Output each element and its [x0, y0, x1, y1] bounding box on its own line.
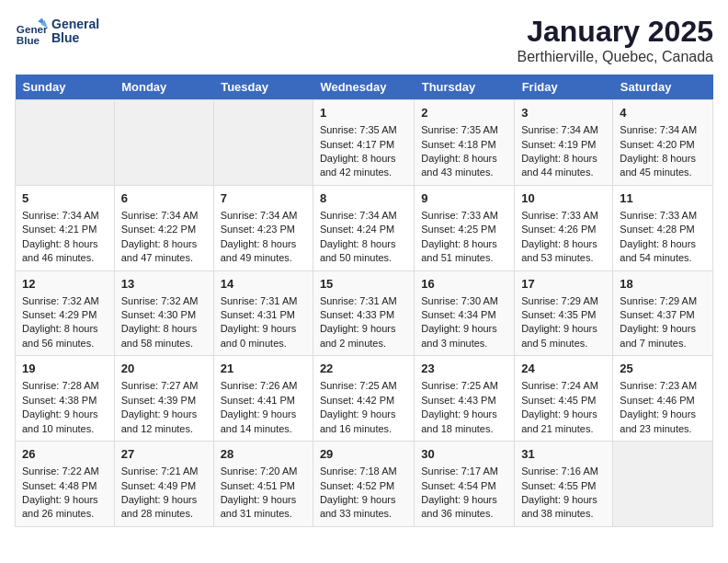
day-number: 7 — [221, 190, 306, 207]
sunrise-text: Sunrise: 7:33 AM — [421, 210, 498, 221]
daylight-text: Daylight: 9 hours and 3 minutes. — [421, 323, 497, 348]
daylight-text: Daylight: 9 hours and 14 minutes. — [221, 408, 297, 433]
sunrise-text: Sunrise: 7:31 AM — [221, 295, 298, 306]
day-number: 12 — [22, 276, 108, 293]
sunrise-text: Sunrise: 7:35 AM — [320, 124, 397, 135]
sunrise-text: Sunrise: 7:32 AM — [22, 295, 99, 306]
sunrise-text: Sunrise: 7:30 AM — [421, 295, 498, 306]
calendar-cell: 6Sunrise: 7:34 AMSunset: 4:22 PMDaylight… — [114, 185, 213, 270]
daylight-text: Daylight: 8 hours and 46 minutes. — [22, 238, 98, 263]
logo: General Blue General Blue — [15, 15, 99, 48]
sunset-text: Sunset: 4:35 PM — [521, 309, 596, 320]
sunset-text: Sunset: 4:37 PM — [620, 309, 694, 320]
calendar-cell: 14Sunrise: 7:31 AMSunset: 4:31 PMDayligh… — [213, 270, 313, 356]
daylight-text: Daylight: 8 hours and 45 minutes. — [620, 153, 696, 178]
calendar-week-row: 26Sunrise: 7:22 AMSunset: 4:48 PMDayligh… — [16, 442, 713, 527]
daylight-text: Daylight: 8 hours and 50 minutes. — [320, 238, 396, 263]
day-number: 22 — [320, 361, 407, 377]
daylight-text: Daylight: 8 hours and 42 minutes. — [320, 153, 396, 178]
weekday-header: Friday — [515, 75, 613, 100]
sunset-text: Sunset: 4:46 PM — [620, 395, 694, 406]
calendar-week-row: 1Sunrise: 7:35 AMSunset: 4:17 PMDaylight… — [16, 100, 713, 186]
sunrise-text: Sunrise: 7:34 AM — [22, 210, 99, 221]
calendar-cell: 9Sunrise: 7:33 AMSunset: 4:25 PMDaylight… — [415, 185, 515, 270]
calendar-cell — [613, 442, 713, 527]
daylight-text: Daylight: 8 hours and 54 minutes. — [620, 238, 696, 263]
calendar-cell: 13Sunrise: 7:32 AMSunset: 4:30 PMDayligh… — [114, 270, 213, 356]
logo-line1: General — [51, 17, 99, 31]
day-number: 1 — [320, 105, 407, 121]
sunset-text: Sunset: 4:38 PM — [22, 395, 97, 406]
title-section: January 2025 Berthierville, Quebec, Cana… — [518, 15, 713, 65]
sunrise-text: Sunrise: 7:29 AM — [620, 295, 697, 306]
sunrise-text: Sunrise: 7:25 AM — [421, 380, 498, 391]
sunrise-text: Sunrise: 7:33 AM — [521, 210, 598, 221]
sunset-text: Sunset: 4:34 PM — [421, 309, 495, 320]
calendar-cell: 8Sunrise: 7:34 AMSunset: 4:24 PMDaylight… — [313, 185, 414, 270]
calendar-cell: 3Sunrise: 7:34 AMSunset: 4:19 PMDaylight… — [515, 100, 613, 186]
calendar-cell: 26Sunrise: 7:22 AMSunset: 4:48 PMDayligh… — [16, 442, 115, 527]
sunset-text: Sunset: 4:23 PM — [221, 224, 295, 235]
day-number: 25 — [620, 361, 706, 377]
calendar-cell: 28Sunrise: 7:20 AMSunset: 4:51 PMDayligh… — [213, 442, 313, 527]
daylight-text: Daylight: 9 hours and 38 minutes. — [521, 494, 597, 519]
sunrise-text: Sunrise: 7:24 AM — [521, 380, 598, 391]
daylight-text: Daylight: 9 hours and 31 minutes. — [221, 494, 297, 519]
weekday-header: Sunday — [16, 75, 115, 100]
calendar-cell: 7Sunrise: 7:34 AMSunset: 4:23 PMDaylight… — [213, 185, 313, 270]
sunset-text: Sunset: 4:49 PM — [121, 480, 196, 491]
daylight-text: Daylight: 8 hours and 47 minutes. — [121, 238, 198, 263]
sunrise-text: Sunrise: 7:21 AM — [121, 465, 199, 477]
calendar-cell: 30Sunrise: 7:17 AMSunset: 4:54 PMDayligh… — [415, 442, 515, 527]
daylight-text: Daylight: 8 hours and 44 minutes. — [521, 153, 597, 178]
sunset-text: Sunset: 4:33 PM — [320, 309, 394, 320]
day-number: 24 — [521, 361, 606, 377]
daylight-text: Daylight: 9 hours and 23 minutes. — [620, 408, 696, 433]
calendar-cell: 18Sunrise: 7:29 AMSunset: 4:37 PMDayligh… — [613, 270, 713, 356]
sunset-text: Sunset: 4:26 PM — [521, 224, 596, 235]
sunset-text: Sunset: 4:41 PM — [221, 395, 295, 406]
calendar-cell — [114, 100, 213, 186]
day-number: 16 — [421, 276, 507, 293]
calendar-cell: 2Sunrise: 7:35 AMSunset: 4:18 PMDaylight… — [415, 100, 515, 186]
sunrise-text: Sunrise: 7:32 AM — [121, 295, 199, 306]
daylight-text: Daylight: 9 hours and 28 minutes. — [121, 494, 198, 519]
day-number: 15 — [320, 276, 407, 293]
sunset-text: Sunset: 4:52 PM — [320, 480, 394, 491]
daylight-text: Daylight: 9 hours and 33 minutes. — [320, 494, 396, 519]
page-header: General Blue General Blue January 2025 B… — [15, 15, 713, 65]
sunset-text: Sunset: 4:31 PM — [221, 309, 295, 320]
calendar-cell: 15Sunrise: 7:31 AMSunset: 4:33 PMDayligh… — [313, 270, 414, 356]
day-number: 2 — [421, 105, 507, 121]
sunrise-text: Sunrise: 7:34 AM — [320, 210, 397, 221]
svg-text:Blue: Blue — [17, 34, 40, 46]
sunrise-text: Sunrise: 7:20 AM — [221, 465, 298, 477]
sunset-text: Sunset: 4:28 PM — [620, 224, 694, 235]
sunset-text: Sunset: 4:54 PM — [421, 480, 495, 491]
sunrise-text: Sunrise: 7:34 AM — [521, 124, 598, 135]
sunset-text: Sunset: 4:29 PM — [22, 309, 97, 320]
calendar-cell — [16, 100, 115, 186]
sunset-text: Sunset: 4:39 PM — [121, 395, 196, 406]
calendar-week-row: 5Sunrise: 7:34 AMSunset: 4:21 PMDaylight… — [16, 185, 713, 270]
day-number: 10 — [521, 190, 606, 207]
calendar-cell: 19Sunrise: 7:28 AMSunset: 4:38 PMDayligh… — [16, 356, 115, 442]
day-number: 5 — [22, 190, 108, 207]
calendar-cell: 25Sunrise: 7:23 AMSunset: 4:46 PMDayligh… — [613, 356, 713, 442]
sunrise-text: Sunrise: 7:28 AM — [22, 380, 99, 391]
calendar-table: SundayMondayTuesdayWednesdayThursdayFrid… — [15, 75, 713, 527]
sunset-text: Sunset: 4:42 PM — [320, 395, 394, 406]
sunrise-text: Sunrise: 7:16 AM — [521, 465, 598, 477]
calendar-cell: 17Sunrise: 7:29 AMSunset: 4:35 PMDayligh… — [515, 270, 613, 356]
daylight-text: Daylight: 9 hours and 5 minutes. — [521, 323, 597, 348]
calendar-body: 1Sunrise: 7:35 AMSunset: 4:17 PMDaylight… — [16, 100, 713, 527]
main-title: January 2025 — [518, 15, 713, 49]
sunrise-text: Sunrise: 7:26 AM — [221, 380, 298, 391]
sunrise-text: Sunrise: 7:23 AM — [620, 380, 697, 391]
logo-icon: General Blue — [15, 15, 48, 48]
sunset-text: Sunset: 4:19 PM — [521, 139, 596, 150]
logo-text: General Blue — [51, 17, 99, 46]
daylight-text: Daylight: 9 hours and 0 minutes. — [221, 323, 297, 348]
calendar-cell: 29Sunrise: 7:18 AMSunset: 4:52 PMDayligh… — [313, 442, 414, 527]
day-number: 21 — [221, 361, 306, 377]
